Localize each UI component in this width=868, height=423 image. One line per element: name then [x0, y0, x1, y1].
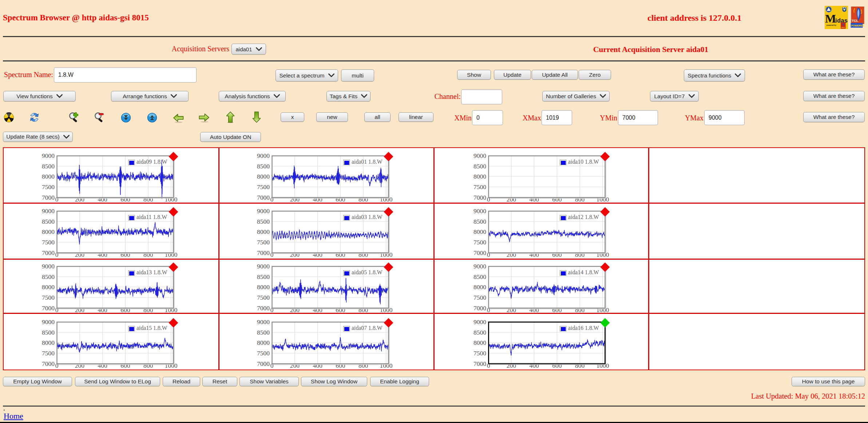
svg-text:8500: 8500 — [473, 162, 486, 169]
svg-text:9000: 9000 — [42, 263, 55, 270]
svg-text:7000: 7000 — [257, 360, 270, 367]
svg-text:7000: 7000 — [257, 249, 270, 256]
svg-text:8500: 8500 — [42, 273, 55, 280]
svg-text:8000: 8000 — [473, 228, 486, 235]
svg-text:aida07 1.8.W: aida07 1.8.W — [352, 325, 383, 331]
svg-text:200: 200 — [507, 362, 516, 369]
svg-text:POWERED: POWERED — [851, 24, 864, 27]
svg-text:idas: idas — [835, 17, 848, 24]
svg-text:200: 200 — [290, 306, 300, 314]
svg-text:800: 800 — [575, 306, 585, 314]
svg-text:8000: 8000 — [473, 339, 486, 346]
svg-text:7500: 7500 — [42, 183, 55, 190]
svg-text:7500: 7500 — [473, 238, 486, 246]
svg-text:1000: 1000 — [165, 306, 178, 314]
svg-text:M: M — [825, 12, 836, 25]
svg-text:400: 400 — [98, 195, 107, 203]
svg-text:9000: 9000 — [257, 263, 270, 270]
svg-text:400: 400 — [313, 251, 322, 258]
svg-text:powered by: powered by — [827, 24, 836, 26]
svg-text:8500: 8500 — [257, 328, 270, 336]
svg-text:9000: 9000 — [473, 207, 486, 215]
svg-text:800: 800 — [358, 362, 368, 369]
svg-text:9000: 9000 — [42, 318, 55, 326]
svg-text:aida14 1.8.W: aida14 1.8.W — [568, 269, 599, 275]
svg-text:aida13 1.8.W: aida13 1.8.W — [136, 269, 167, 275]
svg-text:600: 600 — [336, 251, 345, 258]
svg-text:600: 600 — [120, 195, 130, 203]
svg-text:7500: 7500 — [473, 349, 486, 356]
svg-text:aida01 1.8.W: aida01 1.8.W — [352, 159, 383, 165]
svg-text:1000: 1000 — [596, 306, 609, 314]
svg-text:aida15 1.8.W: aida15 1.8.W — [136, 325, 167, 331]
svg-text:800: 800 — [358, 306, 368, 314]
svg-text:200: 200 — [290, 251, 300, 258]
svg-text:7500: 7500 — [42, 238, 55, 246]
svg-text:1000: 1000 — [596, 362, 609, 369]
svg-text:800: 800 — [143, 195, 153, 203]
svg-text:8500: 8500 — [257, 273, 270, 280]
svg-text:800: 800 — [143, 362, 153, 369]
svg-text:1000: 1000 — [165, 195, 178, 203]
svg-text:7000: 7000 — [473, 360, 486, 367]
svg-text:7000: 7000 — [473, 193, 486, 201]
svg-text:800: 800 — [143, 306, 153, 314]
svg-text:400: 400 — [529, 362, 539, 369]
svg-text:200: 200 — [507, 306, 516, 314]
svg-text:7000: 7000 — [473, 304, 486, 312]
svg-text:8500: 8500 — [473, 273, 486, 280]
svg-text:9000: 9000 — [257, 207, 270, 215]
svg-text:7000: 7000 — [257, 193, 270, 201]
svg-text:9000: 9000 — [42, 152, 55, 159]
svg-text:1000: 1000 — [380, 362, 392, 369]
svg-text:600: 600 — [552, 306, 562, 314]
svg-text:7000: 7000 — [257, 304, 270, 312]
svg-text:1000: 1000 — [596, 195, 609, 203]
svg-text:800: 800 — [575, 362, 585, 369]
svg-text:aida10 1.8.W: aida10 1.8.W — [568, 159, 599, 165]
svg-text:800: 800 — [575, 195, 585, 203]
svg-text:600: 600 — [552, 195, 562, 203]
svg-text:aida05 1.8.W: aida05 1.8.W — [352, 269, 383, 275]
svg-text:7500: 7500 — [257, 349, 270, 356]
svg-text:9000: 9000 — [42, 207, 55, 215]
svg-text:7000: 7000 — [42, 249, 55, 256]
svg-text:8500: 8500 — [257, 218, 270, 225]
svg-text:800: 800 — [575, 251, 585, 258]
svg-text:9000: 9000 — [473, 263, 486, 270]
svg-text:1000: 1000 — [165, 362, 178, 369]
svg-text:7500: 7500 — [257, 238, 270, 246]
svg-text:9000: 9000 — [257, 318, 270, 326]
svg-text:600: 600 — [336, 306, 345, 314]
svg-text:9000: 9000 — [473, 318, 486, 326]
svg-text:9000: 9000 — [473, 152, 486, 159]
svg-text:8000: 8000 — [257, 283, 270, 291]
svg-text:400: 400 — [529, 195, 539, 203]
svg-text:aida11 1.8.W: aida11 1.8.W — [136, 214, 167, 220]
svg-text:7500: 7500 — [473, 183, 486, 190]
svg-text:aida16 1.8.W: aida16 1.8.W — [568, 325, 599, 331]
svg-text:1000: 1000 — [380, 251, 392, 258]
svg-text:600: 600 — [552, 362, 562, 369]
svg-text:8500: 8500 — [42, 218, 55, 225]
svg-text:600: 600 — [120, 306, 130, 314]
svg-text:200: 200 — [290, 195, 300, 203]
svg-text:aida03 1.8.W: aida03 1.8.W — [352, 214, 383, 220]
svg-text:aida09 1.8.W: aida09 1.8.W — [136, 159, 167, 165]
svg-text:8500: 8500 — [42, 328, 55, 336]
svg-text:7500: 7500 — [473, 294, 486, 301]
svg-text:600: 600 — [552, 251, 562, 258]
svg-text:7500: 7500 — [42, 349, 55, 356]
svg-text:600: 600 — [336, 195, 345, 203]
svg-text:400: 400 — [313, 306, 322, 314]
svg-text:8000: 8000 — [473, 173, 486, 180]
svg-text:9000: 9000 — [257, 152, 270, 159]
svg-text:200: 200 — [290, 362, 300, 369]
svg-text:600: 600 — [120, 251, 130, 258]
svg-text:400: 400 — [313, 362, 322, 369]
svg-text:800: 800 — [358, 251, 368, 258]
svg-text:7000: 7000 — [42, 304, 55, 312]
svg-text:400: 400 — [98, 362, 107, 369]
svg-text:400: 400 — [98, 251, 107, 258]
svg-text:400: 400 — [313, 195, 322, 203]
